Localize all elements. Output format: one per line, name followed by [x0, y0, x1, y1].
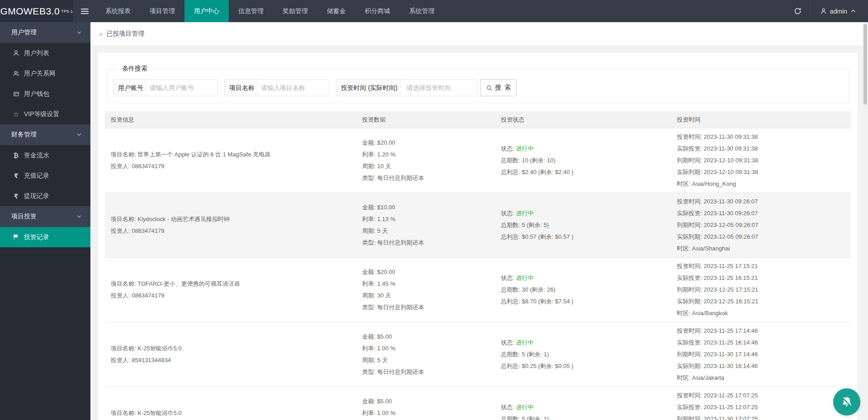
invest-time-cell: 投资时间: 2023-11-25 17:14:46 实际投资: 2023-11-… [671, 325, 851, 384]
sidebar-item[interactable]: 用户关系网 [0, 63, 90, 84]
col-header-invest-info: 投资信息 [105, 116, 356, 124]
table-row[interactable]: 项目名称: 世界上第一个 Apple 认证的 6 合 1 MagSafe 充电器… [105, 128, 851, 193]
payout-type: 类型: 每日付息到期还本 [362, 172, 487, 184]
col-header-invest-time: 投资时间 [671, 116, 851, 124]
invest-time: 投资时间: 2023-11-25 17:15:21 [677, 260, 843, 272]
actual-invest-time: 实际投资: 2023-11-30 09:31:38 [677, 143, 843, 155]
top-nav-menu: 系统报表项目管理用户中心信息管理奖励管理储蓄金积分商城系统管理 [96, 0, 444, 22]
invest-data-cell: 金额: $5.00 利率: 1.00 % 周期: 5 天 类型: 每日付息到期还… [356, 396, 495, 420]
invest-time: 投资时间: 2023-11-30 09:31:38 [677, 131, 843, 143]
sidebar-item-label: 资金流水 [24, 151, 49, 160]
users-icon [12, 70, 20, 77]
project-name-input[interactable] [259, 80, 329, 96]
invest-status-cell: 状态: 进行中 总期数: 30 (剩余: 26) 总利息: $8.70 (剩余:… [495, 272, 671, 307]
project-name-label: 项目名称 [225, 80, 259, 96]
investor: 投资人: 0863474179 [111, 290, 348, 302]
invest-time-input[interactable] [402, 80, 477, 96]
rate: 利率: 1.00 % [362, 407, 487, 419]
status-badge: 进行中 [516, 339, 533, 346]
invest-info-cell: 项目名称: TOFARO-更小、更便携的可视耳清洁器 投资人: 08634741… [105, 278, 356, 302]
payout-type: 类型: 每日付息到期还本 [362, 366, 487, 378]
sidebar-group-label: 项目投资 [11, 212, 37, 221]
invest-data-cell: 金额: $20.00 利率: 1.20 % 周期: 10 天 类型: 每日付息到… [356, 137, 495, 184]
flag-icon [12, 234, 20, 241]
app-logo-version: TP5.1 [61, 9, 73, 14]
rupee-icon: ₹ [12, 193, 20, 199]
period: 周期: 10 天 [362, 160, 487, 172]
search-fieldset: 条件搜索 用户账号 项目名称 投资时间 (实际时间) [107, 65, 849, 103]
table-row[interactable]: 项目名称: K-25智能浴巾5.0 投资人: 5448023185 金额: $5… [105, 387, 851, 420]
total-periods: 总期数: 5 (剩余: 1) [501, 349, 663, 360]
rate: 利率: 1.13 % [362, 213, 487, 225]
invest-time-label: 投资时间 (实际时间) [336, 80, 402, 96]
nav-item-5[interactable]: 储蓄金 [317, 0, 355, 22]
nav-item-4[interactable]: 奖励管理 [273, 0, 317, 22]
total-periods: 总期数: 10 (剩余: 10) [501, 155, 663, 166]
total-periods: 总期数: 30 (剩余: 26) [501, 284, 663, 296]
sidebar-item[interactable]: ₿资金流水 [0, 145, 90, 165]
table-row[interactable]: 项目名称: TOFARO-更小、更便携的可视耳清洁器 投资人: 08634741… [105, 258, 851, 322]
chevron-down-icon [76, 29, 82, 36]
scrollbar-thumb[interactable] [863, 24, 867, 104]
user-menu[interactable]: admin [810, 0, 868, 22]
sidebar-group-header[interactable]: 项目投资 [0, 206, 90, 227]
actual-due-time: 实际到期: 2023-12-10 09:31:38 [677, 166, 843, 178]
nav-item-0[interactable]: 系统报表 [96, 0, 140, 22]
search-button[interactable]: 搜索 [480, 79, 517, 96]
status-label: 状态: [501, 145, 516, 152]
sidebar-group-header[interactable]: 财务管理 [0, 124, 90, 145]
amount: 金额: $20.00 [362, 266, 487, 278]
payout-type: 类型: 每日付息到期还本 [362, 237, 487, 249]
invest-time-group: 投资时间 (实际时间) [336, 79, 477, 96]
sidebar-item[interactable]: ☆VIP等级设置 [0, 104, 90, 124]
user-account-input[interactable] [148, 80, 217, 96]
invest-info-cell: 项目名称: K-25智能浴巾5.0 投资人: 859131344834 [105, 343, 356, 366]
invest-info-cell: 项目名称: Klydoclock - 动画艺术遇见模拟时钟 投资人: 08634… [105, 213, 356, 237]
invest-data-cell: 金额: $10.00 利率: 1.13 % 周期: 5 天 类型: 每日付息到期… [356, 202, 495, 249]
nav-item-6[interactable]: 积分商城 [355, 0, 400, 22]
sidebar-item[interactable]: 用户钱包 [0, 84, 90, 104]
sidebar-item[interactable]: 投资记录 [0, 227, 90, 247]
content-panel: 条件搜索 用户账号 项目名称 投资时间 (实际时间) [98, 53, 858, 420]
sidebar-group-header[interactable]: 用户管理 [0, 22, 90, 43]
amount: 金额: $20.00 [362, 137, 487, 149]
chevron-up-icon [850, 8, 856, 14]
sidebar-toggle-button[interactable] [73, 0, 96, 22]
sidebar-item-label: 充值记录 [24, 172, 49, 180]
user-account-group: 用户账号 [113, 79, 217, 96]
period: 周期: 30 天 [362, 290, 487, 302]
nav-item-1[interactable]: 项目管理 [140, 0, 184, 22]
sidebar-group-label: 用户管理 [11, 28, 37, 37]
sidebar-item[interactable]: ₹提现记录 [0, 186, 90, 206]
invest-status-cell: 状态: 进行中 总期数: 10 (剩余: 10) 总利息: $2.40 (剩余:… [495, 143, 671, 178]
col-header-invest-status: 投资状态 [495, 116, 671, 124]
table-row[interactable]: 项目名称: Klydoclock - 动画艺术遇见模拟时钟 投资人: 08634… [105, 193, 851, 258]
due-time: 到期时间: 2023-12-25 17:15:21 [677, 284, 843, 296]
page-title: 已投项目管理 [106, 30, 144, 38]
search-icon [486, 85, 493, 91]
nav-item-7[interactable]: 系统管理 [400, 0, 444, 22]
invest-time: 投资时间: 2023-11-25 17:07:25 [677, 390, 843, 401]
actual-invest-time: 实际投资: 2023-11-25 12:07:25 [677, 401, 843, 413]
timezone: 时区: Asia/Shanghai [677, 243, 843, 255]
invest-status-cell: 状态: 进行中 总期数: 5 (剩余: 1) 总利息: $0.25 (剩余: $… [495, 401, 671, 420]
status-label: 状态: [501, 274, 516, 281]
search-button-label: 搜索 [495, 84, 514, 92]
nav-item-2[interactable]: 用户中心 [184, 0, 229, 22]
vertical-scrollbar[interactable] [863, 22, 868, 420]
invest-time-cell: 投资时间: 2023-11-30 09:26:07 实际投资: 2023-11-… [671, 196, 851, 255]
status-badge: 进行中 [516, 274, 533, 281]
total-periods: 总期数: 5 (剩余: 1) [501, 413, 663, 420]
sidebar-item[interactable]: 用户列表 [0, 43, 90, 63]
table-row[interactable]: 项目名称: K-25智能浴巾5.0 投资人: 859131344834 金额: … [105, 322, 851, 387]
rate: 利率: 1.45 % [362, 278, 487, 290]
chevron-down-icon [76, 132, 82, 138]
sidebar-item[interactable]: ₹充值记录 [0, 165, 90, 186]
project-name: 项目名称: Klydoclock - 动画艺术遇见模拟时钟 [111, 213, 348, 225]
nav-item-3[interactable]: 信息管理 [229, 0, 273, 22]
refresh-button[interactable] [786, 0, 810, 22]
status-badge: 进行中 [516, 210, 533, 217]
invest-status-cell: 状态: 进行中 总期数: 5 (剩余: 5) 总利息: $0.57 (剩余: $… [495, 208, 671, 243]
rate: 利率: 1.20 % [362, 149, 487, 160]
mute-notifications-button[interactable] [833, 388, 860, 415]
